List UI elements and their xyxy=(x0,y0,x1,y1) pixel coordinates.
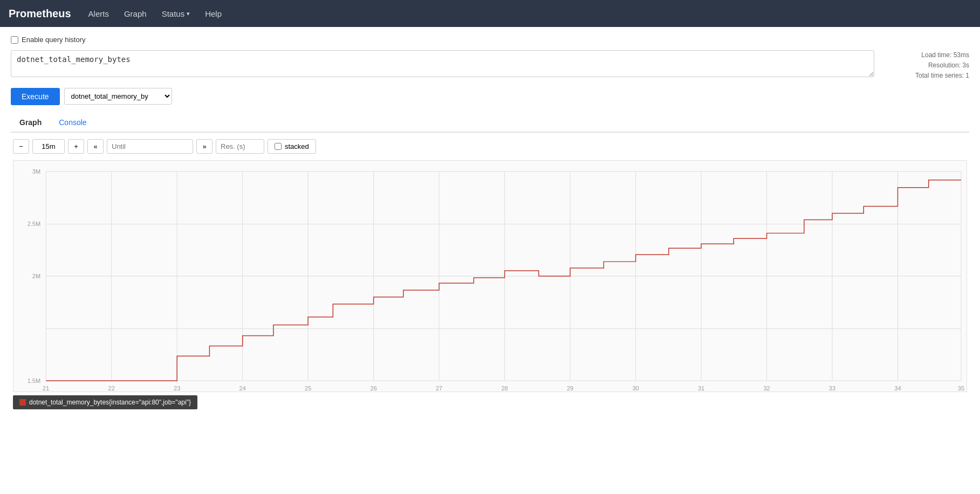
query-metric-select[interactable]: dotnet_total_memory_by xyxy=(64,88,172,105)
query-info: Load time: 53ms Resolution: 3s Total tim… xyxy=(883,50,969,81)
chart-container: .grid-line { stroke: #ddd; stroke-width:… xyxy=(13,160,967,392)
query-area: dotnet_total_memory_bytes Load time: 53m… xyxy=(11,50,969,81)
chart-svg: .grid-line { stroke: #ddd; stroke-width:… xyxy=(13,161,967,392)
legend-label: dotnet_total_memory_bytes{instance="api:… xyxy=(29,399,191,406)
main-content: Enable query history dotnet_total_memory… xyxy=(0,27,980,418)
svg-text:30: 30 xyxy=(632,385,639,392)
svg-text:34: 34 xyxy=(894,385,901,392)
svg-text:25: 25 xyxy=(305,385,311,392)
execute-row: Execute dotnet_total_memory_by xyxy=(11,88,969,105)
help-link[interactable]: Help xyxy=(198,6,228,22)
chart-wrapper: .grid-line { stroke: #ddd; stroke-width:… xyxy=(13,160,967,409)
query-history-label: Enable query history xyxy=(22,36,86,44)
back-button[interactable]: « xyxy=(87,139,104,154)
svg-text:2M: 2M xyxy=(32,273,40,279)
graph-controls: − + « » stacked xyxy=(11,139,969,154)
svg-text:29: 29 xyxy=(567,385,573,392)
svg-text:27: 27 xyxy=(436,385,442,392)
resolution-text: Resolution: 3s xyxy=(883,60,969,71)
svg-text:24: 24 xyxy=(239,385,246,392)
navbar: Prometheus Alerts Graph Status Help xyxy=(0,0,980,27)
svg-text:32: 32 xyxy=(763,385,770,392)
duration-input[interactable] xyxy=(32,139,65,154)
svg-text:1.5M: 1.5M xyxy=(28,378,41,384)
svg-text:21: 21 xyxy=(43,385,49,392)
chart-legend: dotnet_total_memory_bytes{instance="api:… xyxy=(13,395,197,409)
svg-text:33: 33 xyxy=(829,385,835,392)
svg-text:22: 22 xyxy=(108,385,115,392)
zoom-in-button[interactable]: + xyxy=(68,139,84,154)
total-series-text: Total time series: 1 xyxy=(883,71,969,81)
graph-link[interactable]: Graph xyxy=(118,6,153,22)
query-history-checkbox[interactable] xyxy=(11,36,18,44)
tab-graph[interactable]: Graph xyxy=(11,114,50,133)
tabs-row: Graph Console xyxy=(11,114,969,133)
execute-button[interactable]: Execute xyxy=(11,88,60,105)
resolution-input[interactable] xyxy=(216,139,264,154)
stacked-button[interactable]: stacked xyxy=(268,139,316,154)
svg-text:2.5M: 2.5M xyxy=(28,221,41,227)
legend-color-swatch xyxy=(19,399,26,406)
tab-console[interactable]: Console xyxy=(50,114,95,133)
stacked-checkbox[interactable] xyxy=(275,143,282,150)
query-history-row: Enable query history xyxy=(11,36,969,44)
svg-text:35: 35 xyxy=(958,385,964,392)
load-time-text: Load time: 53ms xyxy=(883,50,969,60)
zoom-out-button[interactable]: − xyxy=(13,139,29,154)
status-dropdown[interactable]: Status xyxy=(155,6,197,22)
alerts-link[interactable]: Alerts xyxy=(82,6,115,22)
nav-links: Alerts Graph Status Help xyxy=(82,6,228,22)
until-input[interactable] xyxy=(107,139,193,154)
forward-button[interactable]: » xyxy=(196,139,213,154)
brand-link[interactable]: Prometheus xyxy=(9,8,71,20)
svg-text:3M: 3M xyxy=(32,168,40,174)
query-textarea[interactable]: dotnet_total_memory_bytes xyxy=(11,50,874,77)
svg-text:28: 28 xyxy=(501,385,508,392)
svg-text:23: 23 xyxy=(174,385,180,392)
svg-text:31: 31 xyxy=(698,385,704,392)
svg-text:26: 26 xyxy=(371,385,377,392)
